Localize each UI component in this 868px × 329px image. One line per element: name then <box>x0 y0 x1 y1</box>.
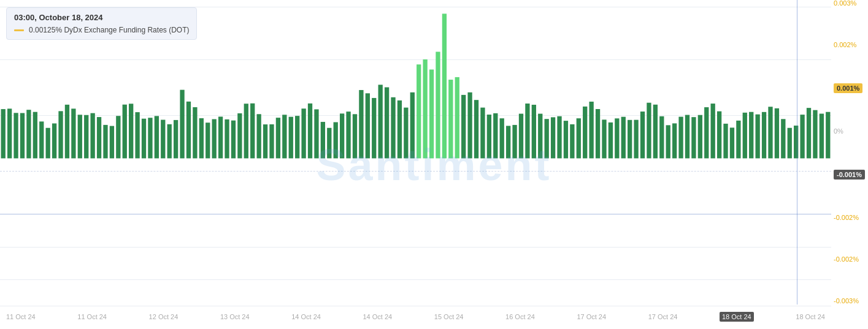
y-label-0: 0% <box>834 128 843 135</box>
x-label-6: 15 Oct 24 <box>434 313 464 320</box>
chart-container: Santiment 03:00, October 18, 2024 0.0012… <box>0 0 868 329</box>
y-badge-crosshair: -0.001% <box>834 170 865 180</box>
x-label-9: 17 Oct 24 <box>648 313 678 320</box>
series-color-dash <box>14 29 24 31</box>
x-label-4: 14 Oct 24 <box>291 313 321 320</box>
x-label-0: 11 Oct 24 <box>6 313 36 320</box>
crosshair-vertical <box>797 0 797 304</box>
tooltip-series-label: 0.00125% DyDx Exchange Funding Rates (DO… <box>29 26 189 34</box>
x-label-3: 13 Oct 24 <box>220 313 250 320</box>
x-label-10-highlighted: 18 Oct 24 <box>720 312 754 322</box>
y-label-0002a: 0.002% <box>834 42 856 48</box>
x-label-5: 14 Oct 24 <box>363 313 392 320</box>
y-label-0003: 0.003% <box>834 0 856 7</box>
tooltip-series: 0.00125% DyDx Exchange Funding Rates (DO… <box>14 26 189 34</box>
y-axis: 0.003% 0.002% 0.001% 0% -0.001% -0.002% … <box>831 0 868 304</box>
tooltip: 03:00, October 18, 2024 0.00125% DyDx Ex… <box>6 7 197 40</box>
tooltip-date: 03:00, October 18, 2024 <box>14 13 189 22</box>
x-label-1: 11 Oct 24 <box>77 313 107 320</box>
x-axis: 11 Oct 24 11 Oct 24 12 Oct 24 13 Oct 24 … <box>0 304 831 329</box>
x-label-8: 17 Oct 24 <box>577 313 606 320</box>
x-label-7: 16 Oct 24 <box>505 313 535 320</box>
crosshair-horizontal <box>0 214 831 214</box>
y-label-n0002a: -0.002% <box>834 214 859 221</box>
x-label-11: 18 Oct 24 <box>796 313 825 320</box>
bar-chart <box>0 0 831 304</box>
y-label-n0003: -0.003% <box>834 298 859 304</box>
x-label-2: 12 Oct 24 <box>149 313 179 320</box>
y-badge-current: 0.001% <box>834 83 862 93</box>
y-label-n0002b: -0.002% <box>834 256 859 263</box>
